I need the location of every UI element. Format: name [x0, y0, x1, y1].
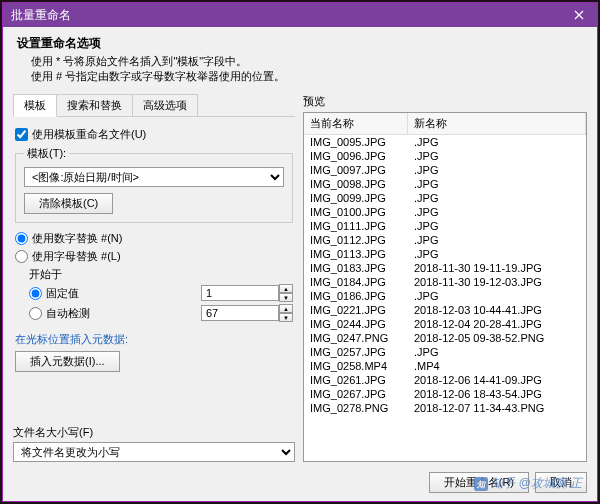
cell-new: 2018-11-30 19-11-19.JPG — [408, 261, 586, 275]
alpha-replace-row[interactable]: 使用字母替换 #(L) — [15, 249, 293, 264]
cell-new: .MP4 — [408, 359, 586, 373]
cell-current: IMG_0244.JPG — [304, 317, 408, 331]
start-rename-button[interactable]: 开始重命名(R) — [429, 472, 529, 493]
cell-new: .JPG — [408, 205, 586, 219]
numeric-replace-row[interactable]: 使用数字替换 #(N) — [15, 231, 293, 246]
cell-new: .JPG — [408, 149, 586, 163]
fixed-value-input[interactable] — [201, 285, 279, 301]
auto-detect-label: 自动检测 — [46, 306, 90, 321]
use-template-checkbox-row[interactable]: 使用模板重命名文件(U) — [15, 127, 293, 142]
close-button[interactable] — [561, 3, 597, 27]
cell-new: 2018-12-06 14-41-09.JPG — [408, 373, 586, 387]
cell-current: IMG_0097.JPG — [304, 163, 408, 177]
left-panel: 模板 搜索和替换 高级选项 使用模板重命名文件(U) 模板(T): <图像:原始… — [13, 94, 295, 462]
cell-current: IMG_0261.JPG — [304, 373, 408, 387]
header-block: 设置重命名选项 使用 * 号将原始文件名插入到"模板"字段中。 使用 # 号指定… — [3, 27, 597, 90]
cell-current: IMG_0099.JPG — [304, 191, 408, 205]
auto-detect-radio[interactable] — [29, 307, 42, 320]
clear-template-button[interactable]: 清除模板(C) — [24, 193, 113, 214]
preview-header: 当前名称 新名称 — [304, 113, 586, 135]
spin-down-icon[interactable]: ▼ — [279, 293, 293, 302]
numeric-replace-radio[interactable] — [15, 232, 28, 245]
cell-new: 2018-11-30 19-12-03.JPG — [408, 275, 586, 289]
preview-list[interactable]: 当前名称 新名称 IMG_0095.JPG.JPGIMG_0096.JPG.JP… — [303, 112, 587, 462]
use-template-checkbox[interactable] — [15, 128, 28, 141]
table-row[interactable]: IMG_0095.JPG.JPG — [304, 135, 586, 149]
cell-current: IMG_0247.PNG — [304, 331, 408, 345]
tab-template[interactable]: 模板 — [13, 94, 57, 117]
insert-metadata-label: 在光标位置插入元数据: — [15, 332, 293, 347]
cell-new: .JPG — [408, 345, 586, 359]
fixed-value-radio[interactable] — [29, 287, 42, 300]
table-row[interactable]: IMG_0244.JPG2018-12-04 20-28-41.JPG — [304, 317, 586, 331]
table-row[interactable]: IMG_0111.JPG.JPG — [304, 219, 586, 233]
filename-case-label: 文件名大小写(F) — [13, 425, 295, 440]
dialog-footer: 开始重命名(R) 取消 — [3, 464, 597, 501]
close-icon — [574, 10, 584, 20]
start-at-label: 开始于 — [29, 267, 293, 282]
cell-current: IMG_0100.JPG — [304, 205, 408, 219]
cell-new: .JPG — [408, 163, 586, 177]
cell-current: IMG_0221.JPG — [304, 303, 408, 317]
insert-metadata-button[interactable]: 插入元数据(I)... — [15, 351, 120, 372]
spin-up-icon[interactable]: ▲ — [279, 284, 293, 293]
cell-current: IMG_0267.JPG — [304, 387, 408, 401]
tab-content-template: 使用模板重命名文件(U) 模板(T): <图像:原始日期/时间> 清除模板(C)… — [13, 123, 295, 376]
window-title: 批量重命名 — [11, 7, 71, 24]
table-row[interactable]: IMG_0261.JPG2018-12-06 14-41-09.JPG — [304, 373, 586, 387]
cell-current: IMG_0098.JPG — [304, 177, 408, 191]
cancel-button[interactable]: 取消 — [535, 472, 587, 493]
cell-current: IMG_0258.MP4 — [304, 359, 408, 373]
table-row[interactable]: IMG_0247.PNG2018-12-05 09-38-52.PNG — [304, 331, 586, 345]
cell-current: IMG_0186.JPG — [304, 289, 408, 303]
table-row[interactable]: IMG_0257.JPG.JPG — [304, 345, 586, 359]
tab-advanced[interactable]: 高级选项 — [132, 94, 198, 116]
table-row[interactable]: IMG_0221.JPG2018-12-03 10-44-41.JPG — [304, 303, 586, 317]
table-row[interactable]: IMG_0112.JPG.JPG — [304, 233, 586, 247]
cell-new: 2018-12-07 11-34-43.PNG — [408, 401, 586, 415]
spin-up-icon[interactable]: ▲ — [279, 304, 293, 313]
table-row[interactable]: IMG_0100.JPG.JPG — [304, 205, 586, 219]
cell-current: IMG_0257.JPG — [304, 345, 408, 359]
header-desc1: 使用 * 号将原始文件名插入到"模板"字段中。 — [17, 54, 583, 69]
table-row[interactable]: IMG_0267.JPG2018-12-06 18-43-54.JPG — [304, 387, 586, 401]
auto-detect-input[interactable] — [201, 305, 279, 321]
titlebar: 批量重命名 — [3, 3, 597, 27]
table-row[interactable]: IMG_0186.JPG.JPG — [304, 289, 586, 303]
right-panel: 预览 当前名称 新名称 IMG_0095.JPG.JPGIMG_0096.JPG… — [303, 94, 587, 462]
table-row[interactable]: IMG_0258.MP4.MP4 — [304, 359, 586, 373]
cell-new: 2018-12-05 09-38-52.PNG — [408, 331, 586, 345]
fixed-value-spinner[interactable]: ▲▼ — [201, 284, 293, 302]
table-row[interactable]: IMG_0099.JPG.JPG — [304, 191, 586, 205]
auto-detect-row[interactable]: 自动检测 — [29, 306, 90, 321]
cell-current: IMG_0113.JPG — [304, 247, 408, 261]
tab-strip: 模板 搜索和替换 高级选项 — [13, 94, 295, 117]
table-row[interactable]: IMG_0097.JPG.JPG — [304, 163, 586, 177]
cell-current: IMG_0096.JPG — [304, 149, 408, 163]
cell-new: 2018-12-04 20-28-41.JPG — [408, 317, 586, 331]
cell-new: .JPG — [408, 247, 586, 261]
table-row[interactable]: IMG_0278.PNG2018-12-07 11-34-43.PNG — [304, 401, 586, 415]
fixed-value-row[interactable]: 固定值 — [29, 286, 79, 301]
table-row[interactable]: IMG_0098.JPG.JPG — [304, 177, 586, 191]
cell-current: IMG_0112.JPG — [304, 233, 408, 247]
template-legend: 模板(T): — [24, 146, 69, 161]
table-row[interactable]: IMG_0184.JPG2018-11-30 19-12-03.JPG — [304, 275, 586, 289]
header-title: 设置重命名选项 — [17, 35, 583, 52]
cell-new: .JPG — [408, 233, 586, 247]
template-select[interactable]: <图像:原始日期/时间> — [24, 167, 284, 187]
preview-col-new[interactable]: 新名称 — [408, 113, 586, 134]
alpha-replace-radio[interactable] — [15, 250, 28, 263]
dialog-window: 批量重命名 设置重命名选项 使用 * 号将原始文件名插入到"模板"字段中。 使用… — [2, 2, 598, 502]
cell-current: IMG_0111.JPG — [304, 219, 408, 233]
table-row[interactable]: IMG_0096.JPG.JPG — [304, 149, 586, 163]
filename-case-select[interactable]: 将文件名更改为小写 — [13, 442, 295, 462]
auto-detect-spinner[interactable]: ▲▼ — [201, 304, 293, 322]
tab-search-replace[interactable]: 搜索和替换 — [56, 94, 133, 116]
preview-col-current[interactable]: 当前名称 — [304, 113, 408, 134]
cell-current: IMG_0278.PNG — [304, 401, 408, 415]
table-row[interactable]: IMG_0183.JPG2018-11-30 19-11-19.JPG — [304, 261, 586, 275]
spin-down-icon[interactable]: ▼ — [279, 313, 293, 322]
table-row[interactable]: IMG_0113.JPG.JPG — [304, 247, 586, 261]
cell-current: IMG_0095.JPG — [304, 135, 408, 149]
